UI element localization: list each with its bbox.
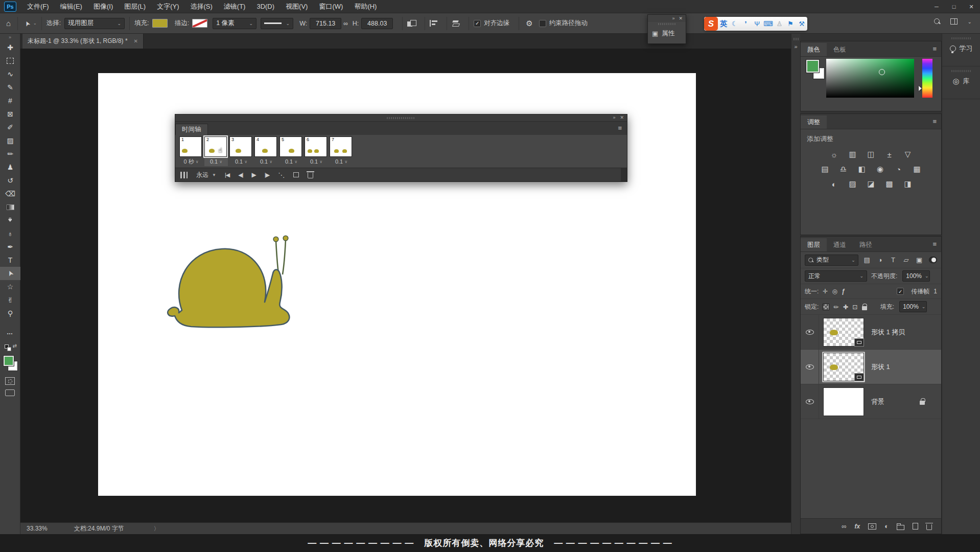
custom-shape-tool[interactable]: ☆	[0, 280, 20, 293]
frame-duration[interactable]: 0.1∨	[305, 157, 328, 166]
photoshop-logo-icon[interactable]: Ps	[4, 2, 16, 12]
minimize-button[interactable]: ─	[928, 0, 945, 13]
lock-artboard-icon[interactable]: ⊡	[852, 303, 857, 311]
menu-edit[interactable]: 编辑(E)	[55, 0, 88, 13]
filter-shape-layers-icon[interactable]: ▱	[902, 256, 911, 264]
unify-position-icon[interactable]: ✛	[823, 288, 828, 295]
shape-height-input[interactable]: 488.03	[361, 18, 393, 29]
tab-color[interactable]: 颜色	[801, 43, 827, 56]
selective-color-icon[interactable]: ◨	[902, 179, 914, 189]
color-balance-icon[interactable]: ♎	[837, 164, 849, 174]
frame-tool[interactable]: ⊠	[0, 107, 20, 121]
lock-pixels-icon[interactable]: ✏	[833, 303, 838, 311]
pen-tool[interactable]: ✒	[0, 240, 20, 254]
photo-filter-icon[interactable]: ◉	[874, 164, 886, 174]
constrain-path-checkbox[interactable]: ✓	[539, 20, 546, 27]
dodge-tool[interactable]: ♁	[0, 227, 20, 240]
first-frame-button[interactable]: |◀	[225, 172, 229, 178]
frame-6[interactable]: 6 0.1∨	[305, 136, 328, 168]
new-group-icon[interactable]	[897, 525, 904, 530]
tool-preset-icon[interactable]: ➤	[22, 19, 32, 28]
panel-grip[interactable]	[794, 38, 799, 40]
frame-duration[interactable]: 0.1∨	[254, 157, 278, 166]
panel-grip[interactable]	[387, 117, 415, 119]
sogou-night-mode-icon[interactable]: ☾	[729, 20, 740, 28]
vibrance-icon[interactable]: ▽	[902, 149, 914, 159]
panel-menu-icon[interactable]: ≡	[932, 118, 937, 125]
properties-panel-button[interactable]: ▣ 属性	[648, 26, 686, 41]
propagate-frame-checkbox[interactable]: ✓	[897, 288, 904, 295]
invert-icon[interactable]: ◐	[828, 179, 840, 189]
menu-help[interactable]: 帮助(H)	[348, 0, 382, 13]
tab-adjustments[interactable]: 调整	[801, 116, 827, 129]
menu-file[interactable]: 文件(F)	[21, 0, 55, 13]
panel-resize-corner[interactable]	[621, 168, 627, 181]
lock-all-icon[interactable]	[862, 306, 867, 310]
frame-duration[interactable]: 0.1∨	[229, 157, 253, 166]
hand-tool[interactable]: ✌	[0, 293, 20, 307]
stroke-type-dropdown[interactable]: ⌄	[261, 18, 293, 29]
sogou-skin-icon[interactable]: ⚑	[785, 20, 796, 28]
layer-row-shape1-copy[interactable]: 形状 1 拷贝	[801, 315, 941, 350]
toolbar-grip[interactable]: »	[0, 34, 20, 41]
select-mode-dropdown[interactable]: 现用图层 ⌄	[64, 18, 125, 29]
menu-3d[interactable]: 3D(D)	[251, 0, 280, 13]
fill-color-swatch[interactable]	[152, 19, 168, 28]
panel-menu-icon[interactable]: ≡	[618, 124, 622, 132]
convert-to-video-timeline-icon[interactable]	[180, 172, 188, 178]
visibility-toggle[interactable]	[801, 384, 819, 419]
close-panel-icon[interactable]: ✕	[620, 115, 624, 120]
path-operations-icon[interactable]	[407, 20, 415, 27]
clone-stamp-tool[interactable]: ♟	[0, 160, 20, 174]
close-button[interactable]: ✕	[963, 0, 980, 13]
search-icon[interactable]	[934, 18, 940, 25]
path-selection-tool[interactable]: ➤	[0, 267, 20, 280]
menu-type[interactable]: 文字(Y)	[151, 0, 184, 13]
edit-toolbar-ellipsis[interactable]: •••	[0, 331, 20, 340]
chevron-down-icon[interactable]: ⌄	[968, 19, 972, 25]
threshold-icon[interactable]: ◪	[865, 179, 877, 189]
collapse-panel-icon[interactable]: »	[672, 16, 674, 21]
foreground-color-swatch[interactable]	[806, 60, 819, 73]
frame-5[interactable]: 5 0.1∨	[279, 136, 303, 168]
stroke-width-dropdown[interactable]: 1 像素 ⌄	[213, 18, 256, 29]
frame-duration[interactable]: 0.1∨	[279, 157, 303, 166]
lock-transparency-icon[interactable]	[823, 304, 829, 310]
sogou-language-toggle[interactable]: 英	[718, 19, 729, 29]
tab-layers[interactable]: 图层	[801, 238, 827, 251]
maximize-button[interactable]: □	[945, 0, 963, 13]
frame-7[interactable]: 7 0.1∨	[330, 136, 353, 168]
gradient-map-icon[interactable]: ▩	[883, 179, 895, 189]
delete-layer-icon[interactable]	[926, 524, 932, 530]
layer-name[interactable]: 背景	[871, 397, 884, 406]
quick-mask-button[interactable]	[5, 377, 15, 385]
link-dimensions-icon[interactable]: ∞	[341, 20, 350, 27]
type-tool[interactable]: T	[0, 254, 20, 267]
menu-select[interactable]: 选择(S)	[184, 0, 218, 13]
sogou-logo-icon[interactable]: S	[704, 17, 718, 31]
layer-row-background[interactable]: 背景	[801, 384, 941, 419]
align-edges-checkbox[interactable]: ✓	[474, 20, 481, 27]
frame-2-selected[interactable]: 2☝ 0.1∨	[204, 136, 228, 168]
filter-smart-objects-icon[interactable]: ▣	[915, 256, 924, 264]
posterize-icon[interactable]: ▨	[847, 179, 858, 189]
path-alignment-icon[interactable]	[430, 20, 437, 27]
collapse-dock-icon[interactable]: »	[791, 43, 800, 50]
color-picker-ring[interactable]	[879, 69, 885, 75]
learn-panel-button[interactable]: 学习	[942, 34, 980, 66]
visibility-toggle[interactable]	[801, 315, 819, 349]
layer-row-shape1-selected[interactable]: 形状 1	[801, 350, 941, 384]
frame-3[interactable]: 3 0.1∨	[229, 136, 253, 168]
brush-tool[interactable]: ✏	[0, 147, 20, 160]
move-tool[interactable]: ✚	[0, 41, 20, 54]
path-arrangement-icon[interactable]	[452, 20, 459, 27]
play-button[interactable]: ▶	[252, 171, 256, 178]
sogou-account-icon[interactable]: ♙	[774, 20, 785, 28]
filter-pixel-layers-icon[interactable]: ▤	[862, 256, 872, 264]
black-white-icon[interactable]: ◧	[856, 164, 868, 174]
curves-icon[interactable]: ◫	[865, 149, 877, 159]
duplicate-frame-icon[interactable]	[293, 172, 299, 177]
rect-marquee-tool[interactable]	[0, 54, 20, 67]
sogou-keyboard-icon[interactable]: ⌨	[763, 20, 774, 28]
eraser-tool[interactable]: ⌫	[0, 187, 20, 200]
